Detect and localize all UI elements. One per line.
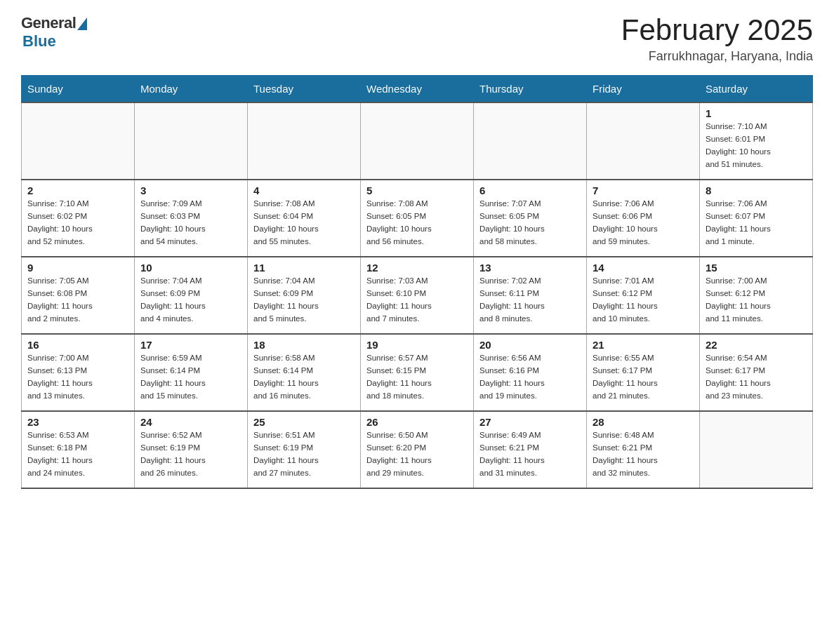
logo: General Blue — [21, 14, 87, 51]
calendar-cell — [22, 102, 135, 180]
day-header-monday: Monday — [135, 76, 248, 103]
day-info: Sunrise: 6:55 AM Sunset: 6:17 PM Dayligh… — [593, 352, 694, 402]
day-info: Sunrise: 7:07 AM Sunset: 6:05 PM Dayligh… — [479, 198, 581, 248]
day-info: Sunrise: 6:57 AM Sunset: 6:15 PM Dayligh… — [366, 352, 468, 402]
day-number: 10 — [140, 262, 241, 274]
day-number: 2 — [27, 185, 128, 196]
day-number: 14 — [593, 262, 694, 274]
day-header-thursday: Thursday — [474, 76, 587, 103]
calendar-cell: 12Sunrise: 7:03 AM Sunset: 6:10 PM Dayli… — [361, 257, 474, 334]
day-header-friday: Friday — [587, 76, 700, 103]
day-number: 20 — [479, 339, 581, 351]
month-title: February 2025 — [621, 14, 813, 46]
day-info: Sunrise: 7:04 AM Sunset: 6:09 PM Dayligh… — [140, 275, 241, 325]
day-number: 1 — [706, 107, 807, 119]
day-number: 23 — [27, 416, 128, 428]
day-info: Sunrise: 6:50 AM Sunset: 6:20 PM Dayligh… — [366, 429, 468, 479]
day-info: Sunrise: 6:56 AM Sunset: 6:16 PM Dayligh… — [479, 352, 581, 402]
logo-general-text: General — [21, 14, 76, 32]
calendar-cell — [135, 102, 248, 180]
week-row-4: 16Sunrise: 7:00 AM Sunset: 6:13 PM Dayli… — [22, 334, 813, 411]
day-info: Sunrise: 6:51 AM Sunset: 6:19 PM Dayligh… — [253, 429, 355, 479]
day-number: 28 — [593, 416, 694, 428]
calendar-cell: 3Sunrise: 7:09 AM Sunset: 6:03 PM Daylig… — [135, 180, 248, 257]
calendar-cell: 11Sunrise: 7:04 AM Sunset: 6:09 PM Dayli… — [248, 257, 361, 334]
day-number: 8 — [706, 185, 807, 196]
day-number: 16 — [27, 339, 128, 351]
day-info: Sunrise: 6:58 AM Sunset: 6:14 PM Dayligh… — [253, 352, 355, 402]
calendar-cell: 9Sunrise: 7:05 AM Sunset: 6:08 PM Daylig… — [22, 257, 135, 334]
title-section: February 2025 Farrukhnagar, Haryana, Ind… — [621, 14, 813, 64]
calendar-cell: 21Sunrise: 6:55 AM Sunset: 6:17 PM Dayli… — [587, 334, 700, 411]
day-header-wednesday: Wednesday — [361, 76, 474, 103]
day-info: Sunrise: 7:10 AM Sunset: 6:02 PM Dayligh… — [27, 198, 128, 248]
day-number: 26 — [366, 416, 468, 428]
calendar-cell — [587, 102, 700, 180]
day-info: Sunrise: 6:59 AM Sunset: 6:14 PM Dayligh… — [140, 352, 241, 402]
calendar-cell: 18Sunrise: 6:58 AM Sunset: 6:14 PM Dayli… — [248, 334, 361, 411]
calendar-cell — [248, 102, 361, 180]
day-number: 17 — [140, 339, 241, 351]
calendar-cell: 2Sunrise: 7:10 AM Sunset: 6:02 PM Daylig… — [22, 180, 135, 257]
calendar-cell: 5Sunrise: 7:08 AM Sunset: 6:05 PM Daylig… — [361, 180, 474, 257]
day-number: 9 — [27, 262, 128, 274]
day-number: 6 — [479, 185, 581, 196]
day-number: 13 — [479, 262, 581, 274]
day-number: 15 — [706, 262, 807, 274]
day-number: 19 — [366, 339, 468, 351]
week-row-1: 1Sunrise: 7:10 AM Sunset: 6:01 PM Daylig… — [22, 102, 813, 180]
day-info: Sunrise: 7:01 AM Sunset: 6:12 PM Dayligh… — [593, 275, 694, 325]
day-number: 27 — [479, 416, 581, 428]
day-info: Sunrise: 7:04 AM Sunset: 6:09 PM Dayligh… — [253, 275, 355, 325]
calendar-cell: 22Sunrise: 6:54 AM Sunset: 6:17 PM Dayli… — [700, 334, 813, 411]
logo-triangle-icon — [77, 18, 87, 30]
day-info: Sunrise: 6:48 AM Sunset: 6:21 PM Dayligh… — [593, 429, 694, 479]
day-info: Sunrise: 7:08 AM Sunset: 6:04 PM Dayligh… — [253, 198, 355, 248]
day-info: Sunrise: 6:52 AM Sunset: 6:19 PM Dayligh… — [140, 429, 241, 479]
calendar-cell: 1Sunrise: 7:10 AM Sunset: 6:01 PM Daylig… — [700, 102, 813, 180]
day-info: Sunrise: 7:09 AM Sunset: 6:03 PM Dayligh… — [140, 198, 241, 248]
day-header-tuesday: Tuesday — [248, 76, 361, 103]
day-number: 24 — [140, 416, 241, 428]
calendar-cell: 24Sunrise: 6:52 AM Sunset: 6:19 PM Dayli… — [135, 411, 248, 488]
day-info: Sunrise: 7:10 AM Sunset: 6:01 PM Dayligh… — [706, 121, 807, 170]
calendar-cell: 14Sunrise: 7:01 AM Sunset: 6:12 PM Dayli… — [587, 257, 700, 334]
calendar-cell: 13Sunrise: 7:02 AM Sunset: 6:11 PM Dayli… — [474, 257, 587, 334]
day-info: Sunrise: 7:00 AM Sunset: 6:12 PM Dayligh… — [706, 275, 807, 325]
day-number: 7 — [593, 185, 694, 196]
day-info: Sunrise: 7:06 AM Sunset: 6:06 PM Dayligh… — [593, 198, 694, 248]
day-info: Sunrise: 7:05 AM Sunset: 6:08 PM Dayligh… — [27, 275, 128, 325]
calendar-cell: 25Sunrise: 6:51 AM Sunset: 6:19 PM Dayli… — [248, 411, 361, 488]
day-info: Sunrise: 6:49 AM Sunset: 6:21 PM Dayligh… — [479, 429, 581, 479]
calendar-table: SundayMondayTuesdayWednesdayThursdayFrid… — [21, 75, 813, 489]
day-number: 25 — [253, 416, 355, 428]
calendar-cell: 23Sunrise: 6:53 AM Sunset: 6:18 PM Dayli… — [22, 411, 135, 488]
week-row-5: 23Sunrise: 6:53 AM Sunset: 6:18 PM Dayli… — [22, 411, 813, 488]
day-number: 3 — [140, 185, 241, 196]
day-info: Sunrise: 7:03 AM Sunset: 6:10 PM Dayligh… — [366, 275, 468, 325]
location-text: Farrukhnagar, Haryana, India — [621, 49, 813, 64]
week-row-2: 2Sunrise: 7:10 AM Sunset: 6:02 PM Daylig… — [22, 180, 813, 257]
day-number: 11 — [253, 262, 355, 274]
day-info: Sunrise: 7:00 AM Sunset: 6:13 PM Dayligh… — [27, 352, 128, 402]
day-number: 4 — [253, 185, 355, 196]
day-number: 5 — [366, 185, 468, 196]
day-number: 22 — [706, 339, 807, 351]
page-header: General Blue February 2025 Farrukhnagar,… — [21, 14, 813, 64]
calendar-cell: 28Sunrise: 6:48 AM Sunset: 6:21 PM Dayli… — [587, 411, 700, 488]
calendar-cell: 16Sunrise: 7:00 AM Sunset: 6:13 PM Dayli… — [22, 334, 135, 411]
day-number: 21 — [593, 339, 694, 351]
calendar-cell: 19Sunrise: 6:57 AM Sunset: 6:15 PM Dayli… — [361, 334, 474, 411]
calendar-cell — [474, 102, 587, 180]
calendar-cell — [700, 411, 813, 488]
calendar-header-row: SundayMondayTuesdayWednesdayThursdayFrid… — [22, 76, 813, 103]
day-header-sunday: Sunday — [22, 76, 135, 103]
calendar-cell: 4Sunrise: 7:08 AM Sunset: 6:04 PM Daylig… — [248, 180, 361, 257]
calendar-cell: 20Sunrise: 6:56 AM Sunset: 6:16 PM Dayli… — [474, 334, 587, 411]
calendar-cell: 6Sunrise: 7:07 AM Sunset: 6:05 PM Daylig… — [474, 180, 587, 257]
calendar-cell: 7Sunrise: 7:06 AM Sunset: 6:06 PM Daylig… — [587, 180, 700, 257]
calendar-cell: 27Sunrise: 6:49 AM Sunset: 6:21 PM Dayli… — [474, 411, 587, 488]
day-info: Sunrise: 6:54 AM Sunset: 6:17 PM Dayligh… — [706, 352, 807, 402]
calendar-cell: 8Sunrise: 7:06 AM Sunset: 6:07 PM Daylig… — [700, 180, 813, 257]
week-row-3: 9Sunrise: 7:05 AM Sunset: 6:08 PM Daylig… — [22, 257, 813, 334]
